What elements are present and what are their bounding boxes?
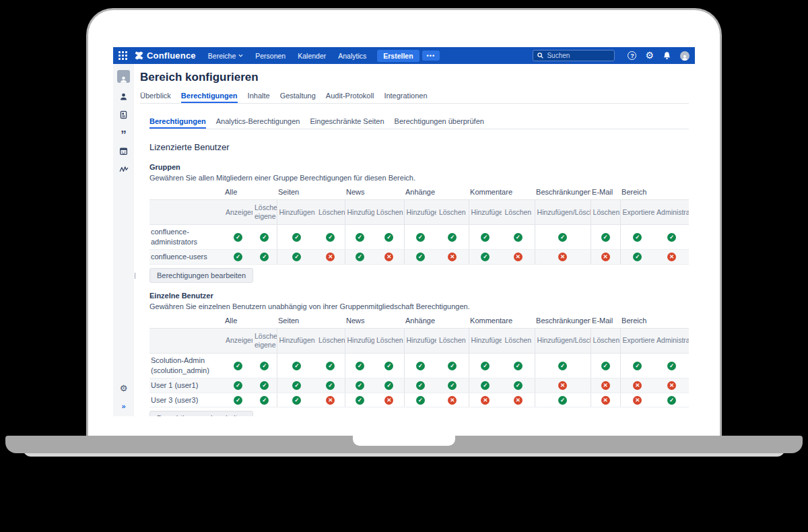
allowed-check-icon: ✓ (356, 362, 364, 370)
people-icon[interactable] (119, 92, 129, 101)
allowed-check-icon: ✓ (416, 233, 425, 242)
denied-x-icon: ✕ (481, 396, 490, 405)
permission-cell: ✓ (277, 393, 316, 407)
subtab-analytics-berechtigungen[interactable]: Analytics-Berechtigungen (216, 117, 300, 129)
groups-permissions-table-wrap: AlleSeitenNewsAnhängeKommentareBeschränk… (149, 187, 689, 265)
allowed-check-icon: ✓ (416, 253, 425, 261)
column-group-label: Kommentare (469, 187, 535, 200)
permission-cell: ✕ (374, 249, 404, 264)
nav-item-personen[interactable]: Personen (255, 52, 285, 60)
column-label: Löschen (502, 328, 535, 353)
main-content: Bereich konfigurieren ÜberblickBerechtig… (134, 64, 695, 416)
column-group-label: News (345, 187, 404, 200)
settings-gear-icon[interactable]: ⚙ (645, 51, 654, 60)
allowed-check-icon: ✓ (384, 381, 393, 390)
permissions-table: AlleSeitenNewsAnhängeKommentareBeschränk… (149, 187, 689, 265)
create-button[interactable]: Erstellen (377, 50, 419, 62)
subtab-berechtigungen[interactable]: Berechtigungen (149, 117, 206, 129)
column-label: Exportieren (620, 328, 654, 353)
tab-berechtigungen[interactable]: Berechtigungen (181, 92, 238, 103)
quote-icon[interactable]: ” (119, 128, 129, 137)
permission-cell: ✕ (620, 378, 654, 393)
allowed-check-icon: ✓ (356, 396, 364, 405)
column-group-label: Bereich (620, 187, 689, 200)
column-label: Hinzufügen/Löschen (535, 200, 591, 225)
permission-cell: ✕ (316, 249, 345, 264)
licensed-users-heading: Lizenzierte Benutzer (149, 142, 689, 152)
app-switcher-icon[interactable] (119, 51, 127, 60)
tab-inhalte[interactable]: Inhalte (248, 92, 270, 103)
calendar-icon[interactable] (119, 146, 129, 156)
help-icon[interactable]: ? (628, 51, 636, 60)
permission-cell: ✕ (535, 378, 591, 393)
space-avatar[interactable] (117, 70, 130, 83)
tab-gestaltung[interactable]: Gestaltung (280, 92, 316, 103)
permission-cell: ✓ (316, 378, 345, 393)
permission-cell: ✕ (654, 378, 689, 393)
denied-x-icon: ✕ (326, 253, 335, 261)
tab-audit-protokoll[interactable]: Audit-Protokoll (326, 92, 374, 103)
permission-row: User 1 (user1)✓✓✓✓✓✓✓✓✓✓✕✕✕✕ (149, 378, 689, 393)
subtab-berechtigungen-überprüfen[interactable]: Berechtigungen überprüfen (395, 117, 484, 129)
column-group-header-row: AlleSeitenNewsAnhängeKommentareBeschränk… (149, 315, 689, 329)
search-input[interactable]: Suchen (533, 50, 615, 61)
allowed-check-icon: ✓ (260, 362, 269, 370)
sidebar-resize-handle[interactable] (134, 273, 135, 279)
allowed-check-icon: ✓ (633, 253, 642, 261)
nav-item-bereiche[interactable]: Bereiche (208, 52, 243, 60)
denied-x-icon: ✕ (601, 396, 610, 405)
permission-cell: ✓ (591, 225, 620, 250)
allowed-check-icon: ✓ (326, 362, 335, 370)
allowed-check-icon: ✓ (667, 396, 676, 405)
permission-cell: ✓ (252, 225, 277, 250)
allowed-check-icon: ✓ (234, 362, 242, 370)
allowed-check-icon: ✓ (292, 396, 301, 405)
column-label: Lösche eigene (252, 328, 277, 353)
allowed-check-icon: ✓ (448, 233, 457, 242)
nav-item-analytics[interactable]: Analytics (338, 52, 366, 60)
sidebar-settings-icon[interactable]: ⚙ (119, 383, 129, 393)
permission-cell: ✕ (591, 249, 620, 264)
notifications-icon[interactable] (663, 51, 671, 60)
permission-cell: ✕ (374, 393, 404, 407)
column-group-label: News (345, 315, 404, 329)
confluence-logo[interactable]: Confluence (135, 51, 196, 61)
edit-group-permissions-button[interactable]: Berechtigungen bearbeiten (149, 268, 253, 283)
denied-x-icon: ✕ (448, 396, 457, 405)
denied-x-icon: ✕ (601, 381, 610, 390)
permission-row: Scolution-Admin(scolution_admin)✓✓✓✓✓✓✓✓… (149, 354, 689, 378)
permission-cell: ✓ (224, 393, 252, 407)
column-label: Löschen (316, 200, 345, 225)
denied-x-icon: ✕ (558, 253, 567, 261)
allowed-check-icon: ✓ (481, 362, 490, 370)
allowed-check-icon: ✓ (481, 381, 490, 390)
sidebar-expand-icon[interactable]: » (119, 401, 129, 411)
column-label: Löschen (374, 328, 404, 353)
analytics-icon[interactable] (119, 164, 129, 174)
allowed-check-icon: ✓ (234, 253, 242, 261)
groups-description: Gewähren Sie allen Mitgliedern einer Gru… (149, 174, 689, 182)
tab-integrationen[interactable]: Integrationen (384, 92, 427, 103)
edit-user-permissions-button[interactable]: Berechtigungen bearbeiten (149, 411, 253, 416)
permission-cell: ✕ (502, 393, 535, 407)
column-group-label: Anhänge (404, 315, 469, 329)
column-group-label: Beschränkungen (535, 315, 591, 329)
more-menu-button[interactable]: ••• (422, 51, 440, 61)
column-label: Löschen (374, 200, 404, 225)
denied-x-icon: ✕ (667, 381, 676, 390)
navbar-right: Suchen ? ⚙ (533, 50, 689, 61)
user-avatar[interactable] (680, 51, 689, 61)
permission-cell: ✓ (345, 249, 374, 264)
tab-überblick[interactable]: Überblick (140, 92, 171, 103)
allowed-check-icon: ✓ (234, 233, 242, 242)
individual-users-description: Gewähren Sie einzelnen Benutzern unabhän… (149, 302, 689, 310)
column-label: Hinzufügen (469, 200, 502, 225)
permission-cell: ✓ (277, 378, 316, 393)
permission-cell: ✓ (224, 249, 252, 264)
nav-item-kalender[interactable]: Kalender (298, 52, 326, 60)
subtab-eingeschränkte-seiten[interactable]: Eingeschränkte Seiten (310, 117, 384, 129)
permission-cell: ✓ (620, 225, 654, 250)
allowed-check-icon: ✓ (416, 362, 425, 370)
column-label: Administrator (654, 328, 689, 353)
pages-icon[interactable] (119, 110, 129, 119)
